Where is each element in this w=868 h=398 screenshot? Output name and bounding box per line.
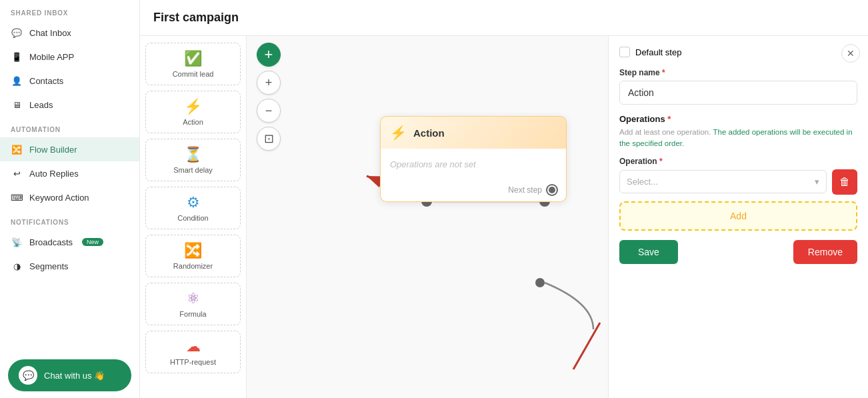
sidebar-item-label: Keyword Action bbox=[29, 193, 89, 203]
sidebar-item-leads[interactable]: 🖥 Leads bbox=[0, 93, 139, 117]
sidebar-item-label: Broadcasts bbox=[29, 237, 73, 247]
next-step-connector bbox=[547, 185, 557, 195]
step-name-field: Step name * bbox=[619, 68, 857, 114]
leads-icon: 🖥 bbox=[11, 99, 23, 111]
toolbox-commit-lead[interactable]: ✅ Commit lead bbox=[145, 43, 241, 85]
add-node-button[interactable]: + bbox=[257, 43, 281, 67]
next-step-row: Next step bbox=[508, 185, 557, 195]
main-content: First campaign ✅ Commit lead ⚡ Action ⏳ … bbox=[140, 0, 868, 398]
flow-builder-icon: 🔀 bbox=[11, 143, 23, 155]
action-node-title: Action bbox=[413, 127, 445, 139]
auto-replies-icon: ↩ bbox=[11, 167, 23, 179]
canvas-area: ✅ Commit lead ⚡ Action ⏳ Smart delay ⚙ C… bbox=[140, 36, 868, 398]
automation-label: AUTOMATION bbox=[0, 117, 139, 137]
segments-icon: ◑ bbox=[11, 260, 23, 272]
remove-button[interactable]: Remove bbox=[793, 240, 857, 264]
sidebar-item-flow-builder[interactable]: 🔀 Flow Builder bbox=[0, 137, 139, 161]
sidebar-item-chat-inbox[interactable]: 💬 Chat Inbox bbox=[0, 21, 139, 45]
delete-operation-button[interactable]: 🗑 bbox=[832, 169, 857, 195]
toolbox-http-request[interactable]: ☁ HTTP-request bbox=[145, 331, 241, 373]
toolbox-action[interactable]: ⚡ Action bbox=[145, 91, 241, 133]
mobile-app-icon: 📱 bbox=[11, 51, 23, 63]
sidebar-item-label: Mobile APP bbox=[29, 52, 74, 62]
keyword-action-icon: ⌨ bbox=[11, 191, 23, 203]
red-arrow-save bbox=[573, 323, 600, 369]
toolbox-condition[interactable]: ⚙ Condition bbox=[145, 187, 241, 229]
sidebar-item-mobile-app[interactable]: 📱 Mobile APP bbox=[0, 45, 139, 69]
action-node[interactable]: ⚡ Action Operations are not set Next ste… bbox=[380, 116, 567, 202]
select-placeholder: Select... bbox=[627, 177, 658, 187]
next-step-label: Next step bbox=[508, 185, 542, 195]
action-node-header: ⚡ Action bbox=[380, 116, 567, 149]
flow-canvas[interactable]: ⚡ Action Operations are not set Next ste… bbox=[247, 36, 608, 398]
toolbox-panel: ✅ Commit lead ⚡ Action ⏳ Smart delay ⚙ C… bbox=[140, 36, 247, 398]
commit-lead-icon: ✅ bbox=[184, 50, 202, 67]
sidebar-item-keyword-action[interactable]: ⌨ Keyword Action bbox=[0, 185, 139, 209]
operation-required: * bbox=[659, 157, 663, 166]
fit-button[interactable]: ⊡ bbox=[257, 127, 281, 151]
add-operation-button[interactable]: Add bbox=[619, 201, 857, 231]
sidebar-item-auto-replies[interactable]: ↩ Auto Replies bbox=[0, 161, 139, 185]
chevron-down-icon: ▾ bbox=[815, 177, 819, 187]
step-name-required: * bbox=[662, 68, 665, 77]
step-name-label: Step name * bbox=[619, 68, 857, 77]
save-button[interactable]: Save bbox=[619, 240, 678, 264]
toolbox-item-label: HTTP-request bbox=[170, 358, 216, 366]
sidebar-item-label: Leads bbox=[29, 100, 53, 110]
toolbox-item-label: Smart delay bbox=[173, 166, 213, 174]
step-name-input[interactable] bbox=[619, 81, 857, 105]
toolbox-formula[interactable]: ⚛ Formula bbox=[145, 283, 241, 325]
toolbox-item-label: Action bbox=[183, 118, 203, 126]
operations-title: Operations * bbox=[619, 114, 857, 124]
operations-section: Operations * Add at least one operation.… bbox=[619, 114, 857, 264]
operation-row: Select... ▾ 🗑 bbox=[619, 169, 857, 195]
action-node-icon: ⚡ bbox=[390, 125, 407, 141]
chat-with-us-label: Chat with us 👋 bbox=[44, 371, 105, 381]
operations-required: * bbox=[667, 114, 671, 124]
operations-empty-text: Operations are not set bbox=[390, 159, 476, 169]
panel-action-row: Save Remove bbox=[619, 240, 857, 264]
zoom-out-button[interactable]: − bbox=[257, 99, 281, 123]
condition-icon: ⚙ bbox=[187, 194, 200, 211]
sidebar-item-label: Auto Replies bbox=[29, 169, 79, 179]
http-request-icon: ☁ bbox=[186, 338, 201, 355]
sidebar-item-broadcasts[interactable]: 📡 Broadcasts New bbox=[0, 230, 139, 254]
default-step-checkbox[interactable] bbox=[619, 47, 630, 57]
sidebar-item-segments[interactable]: ◑ Segments bbox=[0, 254, 139, 278]
notifications-label: NOTIFICATIONS bbox=[0, 209, 139, 230]
operation-label: Operation * bbox=[619, 157, 857, 166]
contacts-icon: 👤 bbox=[11, 75, 23, 87]
sidebar-item-label: Segments bbox=[29, 261, 69, 271]
operation-select[interactable]: Select... ▾ bbox=[619, 170, 827, 193]
chat-inbox-icon: 💬 bbox=[11, 27, 23, 39]
default-step-label: Default step bbox=[635, 47, 681, 57]
sidebar-item-contacts[interactable]: 👤 Contacts bbox=[0, 69, 139, 93]
page-title: First campaign bbox=[153, 11, 855, 25]
delete-icon: 🗑 bbox=[839, 176, 850, 188]
action-node-body: Operations are not set Next step bbox=[380, 149, 567, 202]
canvas-controls: + + − ⊡ bbox=[257, 43, 281, 151]
toolbox-item-label: Condition bbox=[177, 214, 208, 222]
sidebar-item-label: Flow Builder bbox=[29, 145, 77, 155]
toolbox-item-label: Randomizer bbox=[173, 262, 213, 270]
sidebar-item-label: Contacts bbox=[29, 76, 63, 86]
randomizer-icon: 🔀 bbox=[184, 242, 202, 259]
close-panel-button[interactable]: ✕ bbox=[841, 44, 860, 63]
toolbox-item-label: Formula bbox=[179, 310, 206, 318]
chat-with-us-icon: 💬 bbox=[19, 366, 37, 385]
toolbox-randomizer[interactable]: 🔀 Randomizer bbox=[145, 235, 241, 277]
toolbox-item-label: Commit lead bbox=[173, 70, 214, 78]
shared-inbox-label: SHARED INBOX bbox=[0, 0, 139, 21]
right-panel: ✕ Default step Step name * Operations * … bbox=[608, 36, 868, 398]
next-step-dot bbox=[535, 278, 545, 287]
toolbox-smart-delay[interactable]: ⏳ Smart delay bbox=[145, 139, 241, 181]
flow-connector-svg bbox=[247, 36, 608, 398]
zoom-in-button[interactable]: + bbox=[257, 71, 281, 95]
operations-subtitle: Add at least one operation. The added op… bbox=[619, 127, 857, 150]
broadcasts-icon: 📡 bbox=[11, 236, 23, 248]
main-header: First campaign bbox=[140, 0, 868, 36]
smart-delay-icon: ⏳ bbox=[184, 146, 202, 163]
broadcasts-badge: New bbox=[82, 238, 103, 246]
chat-with-us-button[interactable]: 💬 Chat with us 👋 bbox=[8, 359, 131, 391]
formula-icon: ⚛ bbox=[187, 290, 200, 307]
